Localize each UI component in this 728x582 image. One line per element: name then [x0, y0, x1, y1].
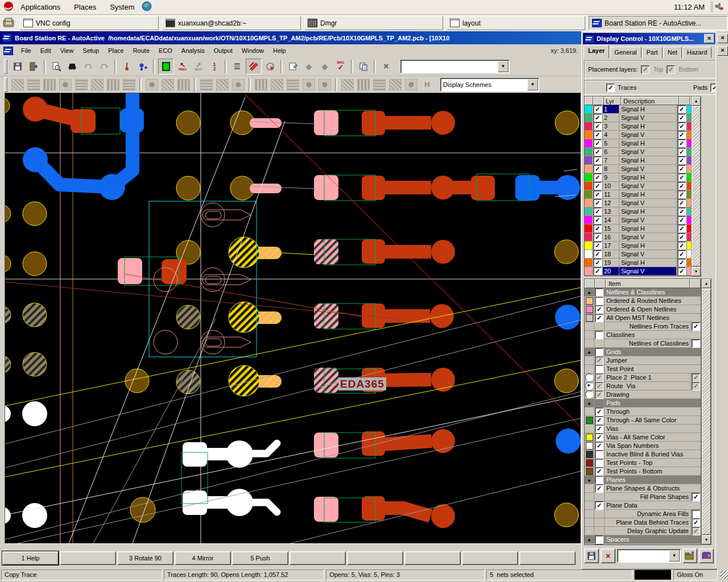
sequence-button[interactable]: 12 — [207, 59, 222, 74]
layer-checkbox[interactable]: ✓ — [593, 190, 602, 199]
scroll-down-icon[interactable]: ▼ — [692, 267, 701, 276]
item-checkbox[interactable]: ✓ — [595, 356, 603, 365]
item-row[interactable]: Plane Data Behind Traces✓ — [585, 518, 701, 527]
placement-top-checkbox[interactable]: ✓ — [641, 65, 650, 74]
menu-place[interactable]: Place — [104, 46, 128, 55]
menu-edit[interactable]: Edit — [36, 46, 55, 55]
route-icon-8[interactable] — [122, 77, 136, 92]
tab-layer[interactable]: Layer — [584, 45, 609, 58]
layer-checkbox-right[interactable]: ✓ — [677, 207, 686, 216]
item-checkbox[interactable]: ✓ — [595, 442, 603, 450]
save-scheme-button[interactable] — [584, 548, 599, 563]
layer-row[interactable]: ✓20Signal V✓ — [585, 267, 690, 276]
layer-checkbox-right[interactable]: ✓ — [677, 114, 686, 122]
fkey-button[interactable]: 5 Push — [232, 551, 288, 565]
menu-analysis[interactable]: Analysis — [177, 46, 209, 55]
scroll-up-icon[interactable]: ▲ — [692, 97, 701, 106]
prev-hazard-button[interactable]: ↖PREV — [175, 59, 190, 74]
scheme-name-combo[interactable]: ▼ — [617, 549, 681, 563]
menu-eco[interactable]: ECO — [155, 46, 176, 55]
display-schemes-combo[interactable]: Display Schemes ▼ — [440, 78, 539, 92]
item-row[interactable]: ✓Place 2 Place 1 ✓ — [585, 373, 701, 382]
item-row[interactable]: ✓Through - All Same Color — [585, 416, 701, 425]
task-button[interactable]: Dmgr — [304, 16, 443, 30]
pcb-canvas[interactable] — [5, 93, 581, 544]
layer-checkbox-right[interactable]: ✓ — [677, 233, 686, 242]
layer-checkbox[interactable]: ✓ — [593, 233, 602, 242]
item-row[interactable]: ✓Vias - All Same Color — [585, 433, 701, 442]
menu-setup[interactable]: Setup — [78, 46, 103, 55]
layer-checkbox-right[interactable]: ✓ — [677, 139, 686, 148]
layer-row[interactable]: ✓2Signal V✓ — [585, 114, 690, 122]
layer-checkbox-right[interactable]: ✓ — [677, 165, 686, 173]
route-icon-10[interactable] — [160, 77, 175, 92]
layer-row[interactable]: ✓3Signal H✓ — [585, 122, 690, 131]
delete-button[interactable]: × — [379, 59, 394, 74]
layer-checkbox-right[interactable]: ✓ — [677, 182, 686, 190]
item-row[interactable]: ✓Plane Shapes & Obstructs — [585, 484, 701, 493]
item-checkbox-right[interactable] — [692, 339, 700, 348]
tab-general[interactable]: General — [610, 47, 641, 58]
item-row[interactable]: Delay Graphic Update✓ — [585, 527, 701, 535]
route-icon-1[interactable] — [10, 77, 25, 92]
item-row[interactable]: Netlines From Traces✓ — [585, 322, 701, 331]
route-icon-2[interactable] — [26, 77, 41, 92]
item-row[interactable]: ✓Route Via ✓ — [585, 382, 701, 390]
menu-help[interactable]: Help — [269, 46, 290, 55]
fkey-button[interactable] — [404, 551, 461, 565]
clock[interactable]: 11:12 AM — [669, 3, 709, 11]
collapse-icon[interactable]: ▲ — [587, 401, 592, 406]
menu-route[interactable]: Route — [129, 46, 154, 55]
layer-row[interactable]: ✓10Signal V✓ — [585, 182, 690, 190]
layer-checkbox[interactable]: ✓ — [593, 131, 602, 139]
item-row[interactable]: Test Point — [585, 365, 701, 373]
close-icon[interactable]: × — [717, 34, 728, 43]
route-icon-22[interactable] — [372, 77, 387, 92]
layer-checkbox[interactable]: ✓ — [593, 105, 602, 114]
item-row[interactable]: Shadow Mode — [585, 544, 701, 545]
layer-checkbox[interactable]: ✓ — [593, 267, 602, 276]
hazards-display-button[interactable] — [246, 59, 262, 74]
item-row[interactable]: ✓Ordered & Open Netlines — [585, 305, 701, 314]
fit-view-button[interactable] — [158, 59, 174, 74]
item-checkbox[interactable]: ✓ — [595, 314, 603, 322]
toolbar-grip[interactable] — [4, 59, 7, 74]
item-checkbox[interactable] — [595, 365, 603, 373]
route-icon-11[interactable] — [176, 77, 191, 92]
layer-checkbox-right[interactable]: ✓ — [677, 122, 686, 131]
fkey-button[interactable]: 3 Rotate 90 — [117, 551, 173, 565]
route-icon-7[interactable] — [106, 77, 121, 92]
item-row[interactable]: ▲Pads — [585, 399, 701, 408]
route-icon-17[interactable] — [286, 77, 300, 92]
item-checkbox[interactable]: ✓ — [595, 416, 603, 425]
fkey-button[interactable] — [462, 551, 518, 565]
item-checkbox[interactable]: ✓ — [595, 408, 603, 416]
item-checkbox-right[interactable]: ✓ — [692, 382, 700, 390]
item-checkbox-right[interactable]: ✓ — [692, 527, 700, 535]
item-checkbox-right[interactable]: ✓ — [692, 373, 700, 382]
route-icon-24[interactable] — [404, 77, 419, 92]
tab-net[interactable]: Net — [663, 47, 682, 58]
layer-checkbox[interactable]: ✓ — [593, 250, 602, 259]
layer-checkbox-right[interactable]: ✓ — [677, 225, 686, 233]
item-row[interactable]: Netlines of Classlines — [585, 339, 701, 348]
fkey-button[interactable]: 1 Help — [2, 551, 59, 565]
item-checkbox[interactable] — [595, 297, 603, 305]
menu-file[interactable]: File — [17, 46, 35, 55]
item-checkbox-right[interactable]: ✓ — [692, 518, 700, 527]
resize-grip[interactable] — [721, 571, 728, 579]
display-control-titlebar[interactable]: Display Control - 10X10GMPLS... × — [583, 33, 715, 44]
layer-row[interactable]: ✓6Signal V✓ — [585, 148, 690, 156]
item-checkbox[interactable]: ✓ — [595, 501, 603, 510]
route-icon-14[interactable] — [231, 77, 246, 92]
item-row[interactable]: Inactive Blind & Buried Vias — [585, 450, 701, 459]
layer-checkbox[interactable]: ✓ — [593, 156, 602, 165]
layer-row[interactable]: ✓13Signal H✓ — [585, 207, 690, 216]
item-checkbox[interactable]: ✓ — [595, 425, 603, 433]
item-checkbox-right[interactable]: ✓ — [692, 322, 700, 331]
add-pin-button[interactable] — [135, 59, 150, 74]
layer-checkbox-right[interactable]: ✓ — [677, 131, 686, 139]
route-ic[interactable] — [58, 77, 73, 92]
close-child-icon[interactable]: × — [717, 46, 728, 56]
collapse-icon[interactable]: ▲ — [587, 477, 592, 483]
